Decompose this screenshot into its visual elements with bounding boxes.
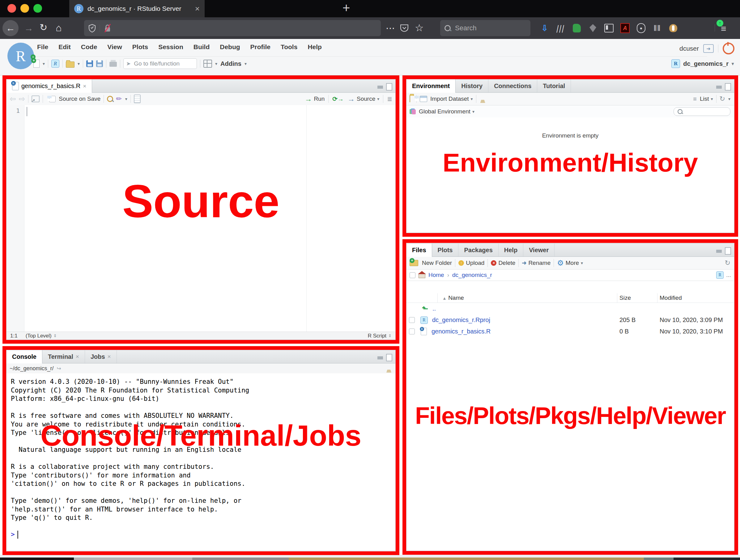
tab-jobs[interactable]: Jobs ×	[85, 350, 117, 363]
menu-session[interactable]: Session	[158, 43, 183, 51]
save-icon[interactable]	[86, 59, 93, 69]
new-project-icon[interactable]: +R	[51, 59, 59, 69]
browser-search-input[interactable]	[454, 24, 518, 32]
file-name[interactable]: genomics_r_basics.R	[432, 328, 490, 335]
menu-tools[interactable]: Tools	[281, 43, 297, 51]
browser-tab[interactable]: R dc_genomics_r · RStudio Server ×	[69, 0, 205, 17]
workspace-panes-icon[interactable]	[203, 59, 212, 69]
tab-viewer[interactable]: Viewer	[523, 244, 555, 257]
downloads-icon[interactable]: ⇩	[539, 22, 550, 34]
library-icon[interactable]: |||	[554, 22, 567, 34]
file-checkbox[interactable]	[409, 329, 415, 335]
url-bar[interactable]	[84, 20, 381, 36]
menu-debug[interactable]: Debug	[220, 43, 240, 51]
breadcrumb-home[interactable]: Home	[429, 272, 444, 278]
close-tab-icon[interactable]: ×	[83, 83, 86, 90]
console-prompt-line[interactable]: >	[6, 531, 395, 539]
tab-history[interactable]: History	[456, 79, 488, 92]
compile-report-icon[interactable]	[134, 95, 141, 103]
back-button[interactable]: ←	[2, 20, 18, 36]
open-in-new-window-icon[interactable]: ↗	[31, 95, 39, 102]
tab-plots[interactable]: Plots	[432, 244, 459, 257]
tab-terminal[interactable]: Terminal ×	[42, 350, 85, 363]
menu-file[interactable]: File	[37, 43, 48, 51]
environment-search-box[interactable]	[673, 107, 730, 116]
goto-file-function-box[interactable]: ➤	[123, 59, 197, 69]
forward-source-icon[interactable]: ⇨	[19, 95, 25, 103]
environment-search-input[interactable]	[685, 108, 727, 115]
panes-dropdown-icon[interactable]: ▾	[215, 61, 217, 66]
addins-dropdown-icon[interactable]: ▾	[245, 61, 247, 66]
minimize-window-button[interactable]	[20, 4, 29, 13]
menu-plots[interactable]: Plots	[132, 43, 148, 51]
tab-tutorial[interactable]: Tutorial	[537, 79, 571, 92]
refresh-files-icon[interactable]: ↻	[725, 259, 730, 267]
browser-search-box[interactable]	[440, 20, 531, 36]
sidebar-extension-icon[interactable]	[604, 22, 615, 34]
page-actions-icon[interactable]: ⋯	[386, 23, 395, 33]
home-button[interactable]: ⌂	[56, 23, 62, 33]
open-recent-dropdown-icon[interactable]: ▾	[78, 61, 80, 66]
reload-button[interactable]: ↻	[39, 23, 47, 32]
source-file-tab[interactable]: genomics_r_basics.R ×	[6, 79, 92, 93]
goto-file-function-input[interactable]	[133, 60, 190, 67]
delete-button[interactable]: × Delete	[491, 260, 515, 266]
more-button[interactable]: ⚙ More ▾	[557, 259, 583, 267]
menu-profile[interactable]: Profile	[250, 43, 270, 51]
clear-console-icon[interactable]	[385, 365, 390, 372]
column-header-modified[interactable]: Modified	[660, 294, 682, 301]
rename-button[interactable]: ➜ Rename	[522, 260, 551, 266]
tab-connections[interactable]: Connections	[488, 79, 537, 92]
code-tools-dropdown-icon[interactable]: ▾	[125, 96, 127, 101]
menu-build[interactable]: Build	[193, 43, 210, 51]
column-header-size[interactable]: Size	[620, 294, 631, 301]
sign-out-icon[interactable]: ➜	[703, 44, 714, 53]
print-icon[interactable]	[109, 59, 117, 69]
breadcrumb-project[interactable]: dc_genomics_r	[452, 272, 492, 278]
console-output-area[interactable]: R version 4.0.3 (2020-10-10) -- "Bunny-W…	[6, 373, 395, 551]
file-row[interactable]: R dc_genomics_r.Rproj 205 B Nov 10, 2020…	[406, 314, 734, 326]
tab-help[interactable]: Help	[498, 244, 523, 257]
zoom-window-button[interactable]	[33, 4, 42, 13]
parent-directory-row[interactable]: ⬑ ..	[406, 303, 734, 314]
badger-extension-icon[interactable]	[668, 22, 679, 34]
save-all-icon[interactable]	[96, 59, 103, 69]
clear-environment-icon[interactable]	[479, 95, 484, 102]
fence-extension-icon[interactable]: ‖‖	[652, 22, 663, 34]
load-workspace-icon[interactable]	[409, 95, 410, 102]
column-header-name[interactable]: ▲ Name	[442, 294, 464, 301]
run-button[interactable]: → Run	[304, 95, 325, 103]
project-switcher[interactable]: R dc_genomics_r ▾	[671, 59, 734, 68]
tracking-shield-icon[interactable]	[88, 24, 96, 32]
goto-directory-icon[interactable]: ↪	[57, 365, 61, 372]
new-tab-button[interactable]: +	[343, 1, 350, 15]
menu-view[interactable]: View	[107, 43, 122, 51]
find-replace-icon[interactable]	[107, 96, 113, 102]
code-tools-wand-icon[interactable]: ✎	[114, 94, 124, 103]
bookmark-star-icon[interactable]: ☆	[415, 23, 424, 33]
new-file-icon[interactable]: +	[33, 59, 39, 69]
minimize-icon[interactable]	[377, 356, 383, 359]
minimize-icon[interactable]	[716, 86, 722, 89]
maximize-icon[interactable]	[725, 247, 731, 255]
editor-area[interactable]: 1	[6, 105, 395, 332]
menu-code[interactable]: Code	[81, 43, 97, 51]
addins-button[interactable]: Addins	[220, 60, 242, 67]
extension-ghost-icon[interactable]	[587, 22, 598, 34]
refresh-environment-icon[interactable]: ↻	[720, 95, 725, 103]
maximize-icon[interactable]	[725, 83, 731, 91]
back-source-icon[interactable]: ⇦	[10, 95, 16, 103]
list-view-selector[interactable]: List ▾	[700, 95, 713, 102]
upload-button[interactable]: ↑ Upload	[458, 260, 484, 266]
close-window-button[interactable]	[7, 4, 16, 13]
new-folder-button[interactable]: + New Folder	[409, 260, 452, 266]
pocket-icon[interactable]	[400, 23, 408, 33]
close-terminal-icon[interactable]: ×	[76, 353, 79, 360]
adobe-acrobat-icon[interactable]: A	[620, 22, 631, 34]
select-all-checkbox[interactable]	[409, 272, 415, 278]
maximize-icon[interactable]	[386, 83, 392, 91]
tab-close-icon[interactable]: ×	[195, 4, 200, 14]
menu-help[interactable]: Help	[307, 43, 322, 51]
app-menu-icon[interactable]: ≡ ↑	[721, 23, 726, 34]
evernote-elephant-icon[interactable]	[571, 22, 582, 34]
